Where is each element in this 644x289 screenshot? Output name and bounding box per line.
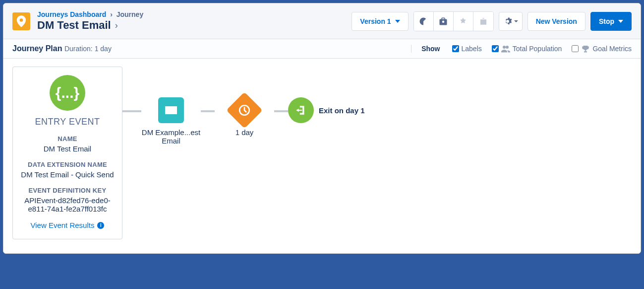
entry-card-title: ENTRY EVENT bbox=[18, 117, 117, 127]
breadcrumb-root[interactable]: Journeys Dashboard bbox=[37, 10, 106, 18]
test-button[interactable] bbox=[434, 12, 454, 31]
subheader: Journey Plan Duration: 1 day Show Labels… bbox=[3, 39, 641, 59]
toggle-goal-metrics[interactable]: Goal Metrics bbox=[572, 45, 632, 53]
view-event-results-link[interactable]: View Event Results i bbox=[31, 221, 105, 229]
flow-row: DM Example...est Email 1 day Exit on day… bbox=[122, 67, 632, 145]
info-icon: i bbox=[97, 222, 104, 229]
show-label: Show bbox=[421, 45, 440, 53]
people-icon bbox=[501, 45, 510, 53]
title-chevron-icon[interactable]: › bbox=[115, 20, 118, 31]
toggle-labels[interactable]: Labels bbox=[452, 45, 482, 53]
chevron-down-icon bbox=[395, 20, 400, 23]
settings-dropdown[interactable] bbox=[499, 12, 523, 31]
new-version-button[interactable]: New Version bbox=[527, 12, 585, 31]
duration-label: Duration: 1 day bbox=[64, 45, 112, 53]
clock-icon bbox=[226, 92, 263, 129]
exit-criteria-button[interactable] bbox=[473, 12, 493, 31]
breadcrumb[interactable]: Journeys Dashboard › Journey bbox=[37, 10, 143, 18]
entry-event-icon: {...} bbox=[50, 75, 85, 111]
header-bar: Journeys Dashboard › Journey DM Test Ema… bbox=[3, 3, 641, 39]
entry-event-card[interactable]: {...} ENTRY EVENT NAME DM Test Email DAT… bbox=[12, 67, 122, 239]
chevron-down-icon bbox=[618, 20, 623, 23]
page-title: DM Test Email bbox=[37, 19, 111, 32]
email-activity-node[interactable]: DM Example...est Email bbox=[141, 97, 201, 145]
breadcrumb-current: Journey bbox=[117, 10, 143, 18]
email-icon bbox=[158, 97, 184, 123]
connector bbox=[122, 110, 141, 112]
connector bbox=[274, 110, 288, 112]
journey-plan-label: Journey Plan bbox=[12, 44, 62, 53]
journey-builder-window: Journeys Dashboard › Journey DM Test Ema… bbox=[3, 3, 641, 254]
toolbar-group bbox=[413, 11, 494, 31]
wait-activity-node[interactable]: 1 day bbox=[215, 97, 274, 137]
toggle-total-population[interactable]: Total Population bbox=[492, 45, 562, 53]
gear-icon bbox=[503, 17, 512, 26]
connector bbox=[201, 110, 215, 112]
exit-icon bbox=[288, 97, 314, 123]
journey-canvas: {...} ENTRY EVENT NAME DM Test Email DAT… bbox=[3, 59, 641, 253]
goal-button[interactable] bbox=[454, 12, 473, 31]
stop-button[interactable]: Stop bbox=[590, 12, 632, 31]
version-dropdown[interactable]: Version 1 bbox=[351, 12, 408, 31]
journey-icon bbox=[12, 12, 30, 30]
chevron-down-icon bbox=[514, 20, 518, 22]
analytics-button[interactable] bbox=[414, 12, 434, 31]
exit-node[interactable]: Exit on day 1 bbox=[288, 97, 365, 123]
trophy-icon bbox=[581, 45, 590, 53]
